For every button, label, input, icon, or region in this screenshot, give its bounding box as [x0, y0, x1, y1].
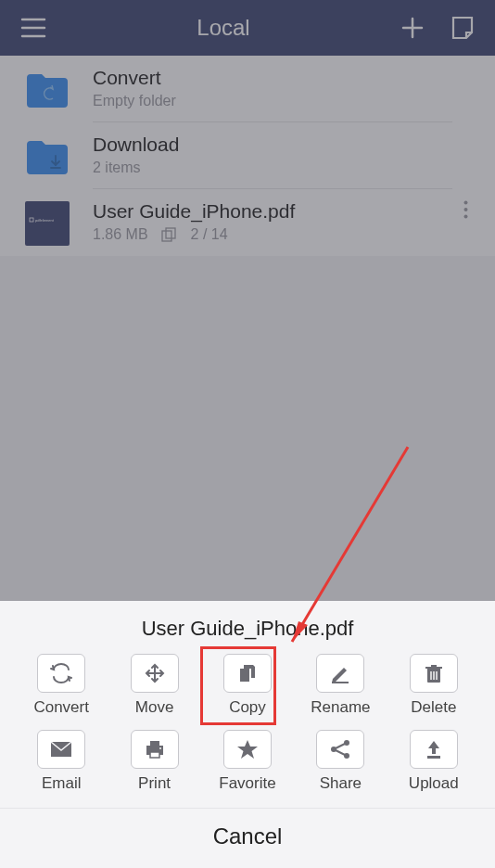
pdf-thumbnail-icon: pdfelement [25, 201, 70, 246]
file-size: 1.86 MB [93, 226, 148, 243]
email-action[interactable]: Email [15, 730, 108, 793]
folder-sync-icon [25, 70, 70, 109]
file-pages: 2 / 14 [191, 226, 228, 243]
svg-rect-22 [150, 741, 159, 746]
folder-download-icon [25, 137, 70, 176]
add-icon[interactable] [400, 16, 425, 40]
convert-icon [50, 663, 72, 683]
action-label: Favorite [219, 774, 275, 793]
move-action[interactable]: Move [108, 654, 200, 717]
action-label: Copy [229, 698, 266, 717]
svg-rect-10 [166, 228, 175, 238]
delete-icon [425, 663, 443, 683]
share-action[interactable]: Share [294, 730, 387, 793]
pages-icon [161, 227, 178, 242]
svg-rect-23 [150, 752, 159, 758]
file-list: Convert Empty folder Download 2 items pd… [0, 56, 495, 256]
rename-icon [330, 663, 350, 683]
move-icon [144, 662, 166, 684]
favorite-action[interactable]: Favorite [201, 730, 294, 793]
svg-point-12 [463, 208, 467, 211]
svg-point-24 [159, 747, 161, 749]
delete-action[interactable]: Delete [387, 654, 480, 717]
email-icon [50, 741, 72, 758]
app-header: Local [0, 0, 495, 56]
action-sheet: User Guide_iPhone.pdf Convert Move Copy … [0, 604, 495, 868]
rename-action[interactable]: Rename [294, 654, 387, 717]
copy-icon [237, 663, 258, 683]
action-label: Upload [409, 774, 459, 793]
svg-rect-9 [162, 231, 171, 241]
list-item[interactable]: Download 2 items [0, 122, 495, 189]
svg-rect-30 [427, 756, 440, 759]
action-label: Email [42, 774, 82, 793]
favorite-icon [236, 739, 259, 760]
list-item[interactable]: Convert Empty folder [0, 56, 495, 122]
page-title: Local [197, 15, 249, 41]
file-name: Convert [93, 67, 452, 89]
svg-rect-7 [30, 218, 33, 222]
upload-icon [425, 739, 443, 760]
share-icon [329, 739, 351, 760]
svg-line-28 [336, 744, 345, 748]
menu-icon[interactable] [20, 18, 46, 38]
sheet-title: User Guide_iPhone.pdf [0, 604, 495, 650]
action-label: Delete [411, 698, 456, 717]
copy-action[interactable]: Copy [201, 654, 294, 717]
action-label: Move [135, 698, 174, 717]
more-icon[interactable] [452, 200, 478, 219]
action-label: Print [138, 774, 171, 793]
action-grid: Convert Move Copy Rename Delete Email [0, 650, 495, 802]
list-item[interactable]: pdfelement User Guide_iPhone.pdf 1.86 MB… [0, 189, 495, 256]
svg-line-29 [336, 750, 345, 755]
print-action[interactable]: Print [108, 730, 200, 793]
note-icon[interactable] [451, 15, 475, 41]
action-label: Rename [311, 698, 370, 717]
cancel-button[interactable]: Cancel [0, 808, 495, 868]
svg-point-13 [463, 215, 467, 219]
svg-text:pdfelement: pdfelement [35, 218, 55, 223]
file-meta: Empty folder [93, 93, 176, 109]
file-meta: 2 items [93, 160, 141, 176]
print-icon [144, 739, 166, 760]
action-label: Share [320, 774, 362, 793]
upload-action[interactable]: Upload [387, 730, 480, 793]
svg-point-11 [463, 201, 467, 205]
action-label: Convert [33, 698, 89, 717]
convert-action[interactable]: Convert [15, 654, 108, 717]
file-name: User Guide_iPhone.pdf [93, 200, 452, 223]
file-name: Download [93, 134, 452, 156]
